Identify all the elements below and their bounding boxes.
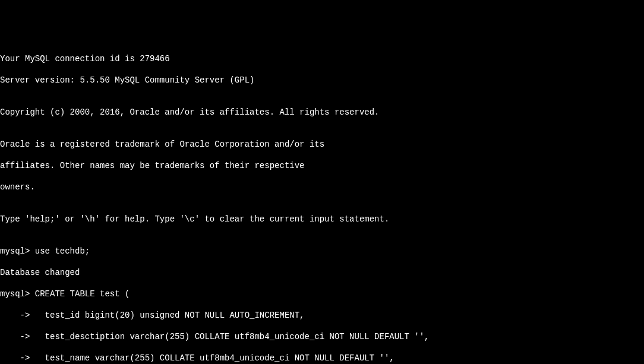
continuation-line: -> test_desctiption varchar(255) COLLATE… bbox=[0, 331, 644, 342]
output-line: Your MySQL connection id is 279466 bbox=[0, 53, 644, 64]
continuation-line: -> test_id bigint(20) unsigned NOT NULL … bbox=[0, 310, 644, 321]
output-line: owners. bbox=[0, 182, 644, 192]
continuation-line: -> test_name varchar(255) COLLATE utf8mb… bbox=[0, 353, 644, 363]
output-line: Oracle is a registered trademark of Orac… bbox=[0, 139, 644, 150]
output-line: affiliates. Other names may be trademark… bbox=[0, 160, 644, 171]
output-line: Database changed bbox=[0, 267, 644, 278]
terminal-output[interactable]: Your MySQL connection id is 279466 Serve… bbox=[0, 43, 644, 364]
prompt-line: mysql> use techdb; bbox=[0, 246, 644, 257]
prompt-line: mysql> CREATE TABLE test ( bbox=[0, 289, 644, 299]
output-line: Server version: 5.5.50 MySQL Community S… bbox=[0, 75, 644, 86]
output-line: Copyright (c) 2000, 2016, Oracle and/or … bbox=[0, 107, 644, 118]
output-line: Type 'help;' or '\h' for help. Type '\c'… bbox=[0, 214, 644, 224]
